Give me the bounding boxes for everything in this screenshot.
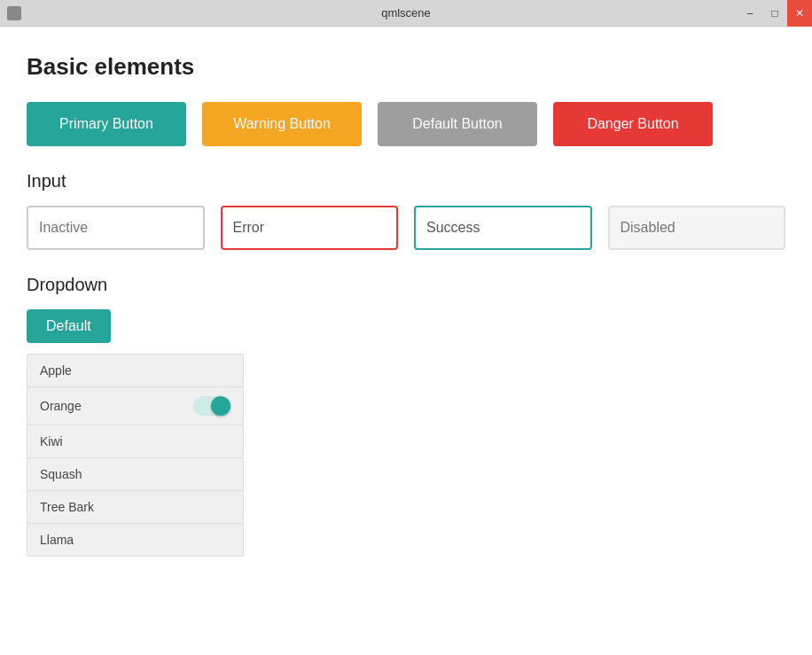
primary-button[interactable]: Primary Button [27, 102, 186, 146]
dropdown-list: AppleOrangeKiwiSquashTree BarkLlama [27, 354, 244, 557]
list-item[interactable]: Squash [27, 458, 243, 491]
error-input[interactable] [221, 206, 399, 250]
title-bar: qmlscene – □ ✕ [0, 0, 812, 27]
list-item[interactable]: Tree Bark [27, 491, 243, 524]
list-item-label: Orange [40, 399, 82, 413]
window-controls: – □ ✕ [738, 0, 812, 27]
list-item-label: Squash [40, 467, 82, 481]
inputs-row [27, 206, 785, 250]
list-item[interactable]: Orange [27, 387, 243, 425]
list-item[interactable]: Llama [27, 524, 243, 556]
buttons-row: Primary Button Warning Button Default Bu… [27, 102, 785, 146]
toggle-switch[interactable] [193, 396, 230, 416]
page-heading: Basic elements [27, 53, 785, 81]
list-item-label: Kiwi [40, 434, 63, 448]
list-item[interactable]: Apple [27, 355, 243, 387]
input-heading: Input [27, 171, 785, 191]
dropdown-section: Default AppleOrangeKiwiSquashTree BarkLl… [27, 309, 785, 557]
list-item-label: Apple [40, 363, 72, 378]
restore-button[interactable]: □ [762, 0, 787, 27]
disabled-input [608, 206, 786, 250]
danger-button[interactable]: Danger Button [553, 102, 713, 146]
app-icon [7, 6, 21, 20]
toggle-thumb [211, 396, 230, 416]
window-title: qmlscene [381, 6, 431, 19]
warning-button[interactable]: Warning Button [202, 102, 362, 146]
close-button[interactable]: ✕ [787, 0, 812, 27]
dropdown-heading: Dropdown [27, 275, 785, 295]
list-item-label: Llama [40, 533, 74, 547]
success-input[interactable] [414, 206, 592, 250]
minimize-button[interactable]: – [738, 0, 762, 27]
main-content: Basic elements Primary Button Warning Bu… [0, 27, 812, 655]
default-button[interactable]: Default Button [378, 102, 537, 146]
inactive-input[interactable] [27, 206, 205, 250]
list-item[interactable]: Kiwi [27, 425, 243, 458]
list-item-label: Tree Bark [40, 500, 94, 514]
dropdown-button[interactable]: Default [27, 309, 111, 343]
